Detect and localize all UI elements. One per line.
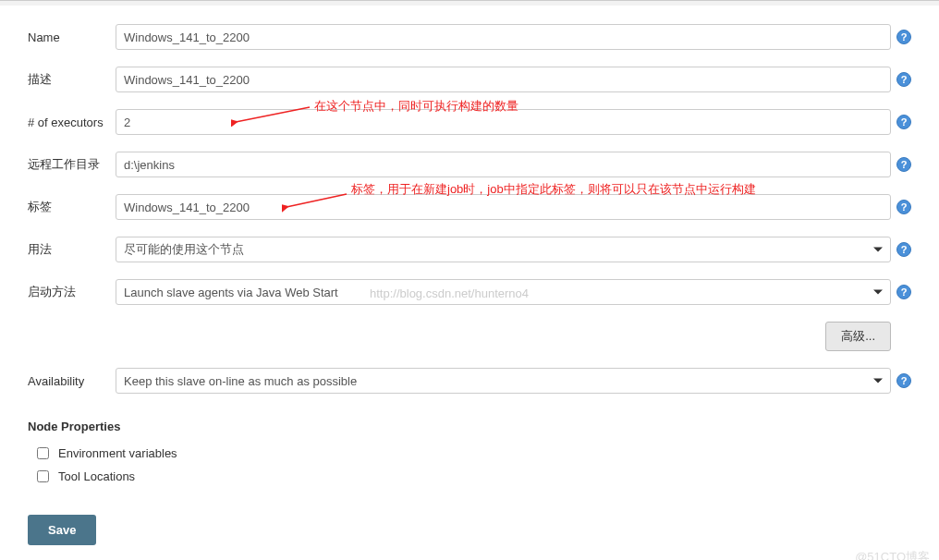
checkbox-env-vars-label: Environment variables <box>58 446 177 460</box>
row-executors: # of executors ? 在这个节点中，同时可执行构建的数量 <box>28 109 911 135</box>
node-properties-header: Node Properties <box>28 420 911 433</box>
input-remote-root[interactable] <box>116 152 891 177</box>
select-usage[interactable]: 尽可能的使用这个节点 <box>116 237 891 262</box>
help-icon[interactable]: ? <box>896 157 911 172</box>
help-icon[interactable]: ? <box>896 72 911 87</box>
select-launch-value: Launch slave agents via Java Web Start <box>124 286 338 299</box>
input-labels[interactable] <box>116 194 891 220</box>
input-name[interactable] <box>116 24 891 50</box>
label-launch: 启动方法 <box>28 284 116 300</box>
checkbox-row-env-vars: Environment variables <box>28 446 911 460</box>
label-remote-root: 远程工作目录 <box>28 156 116 173</box>
row-remote-root: 远程工作目录 ? <box>28 152 911 177</box>
select-availability-value: Keep this slave on-line as much as possi… <box>124 374 357 388</box>
checkbox-row-tool-locations: Tool Locations <box>28 469 911 483</box>
help-icon[interactable]: ? <box>896 373 911 388</box>
input-description[interactable] <box>116 67 891 92</box>
save-button[interactable]: Save <box>28 515 96 545</box>
checkbox-tool-locations[interactable] <box>37 470 49 482</box>
label-labels: 标签 <box>28 199 116 215</box>
label-name: Name <box>28 30 116 44</box>
row-advanced: 高级... <box>28 322 911 351</box>
config-form: Name ? 描述 ? # of executors ? 在这个节点中，同时可执… <box>0 6 939 560</box>
select-usage-value: 尽可能的使用这个节点 <box>124 241 244 258</box>
row-usage: 用法 尽可能的使用这个节点 ? <box>28 237 911 262</box>
label-availability: Availability <box>28 374 116 388</box>
row-labels: 标签 ? 标签，用于在新建job时，job中指定此标签，则将可以只在该节点中运行… <box>28 194 911 220</box>
checkbox-env-vars[interactable] <box>37 447 49 459</box>
row-name: Name ? <box>28 24 911 50</box>
input-executors[interactable] <box>116 109 891 135</box>
help-icon[interactable]: ? <box>896 200 911 214</box>
help-icon[interactable]: ? <box>896 30 911 44</box>
select-launch[interactable]: Launch slave agents via Java Web Start <box>116 279 891 305</box>
help-icon[interactable]: ? <box>896 285 911 299</box>
row-description: 描述 ? <box>28 67 911 92</box>
row-launch: 启动方法 Launch slave agents via Java Web St… <box>28 279 911 305</box>
advanced-button[interactable]: 高级... <box>825 322 891 351</box>
label-description: 描述 <box>28 71 116 88</box>
label-usage: 用法 <box>28 241 116 258</box>
select-availability[interactable]: Keep this slave on-line as much as possi… <box>116 368 891 394</box>
help-icon[interactable]: ? <box>896 242 911 257</box>
checkbox-tool-locations-label: Tool Locations <box>58 469 135 483</box>
help-icon[interactable]: ? <box>896 115 911 129</box>
row-availability: Availability Keep this slave on-line as … <box>28 368 911 394</box>
label-executors: # of executors <box>28 116 116 129</box>
